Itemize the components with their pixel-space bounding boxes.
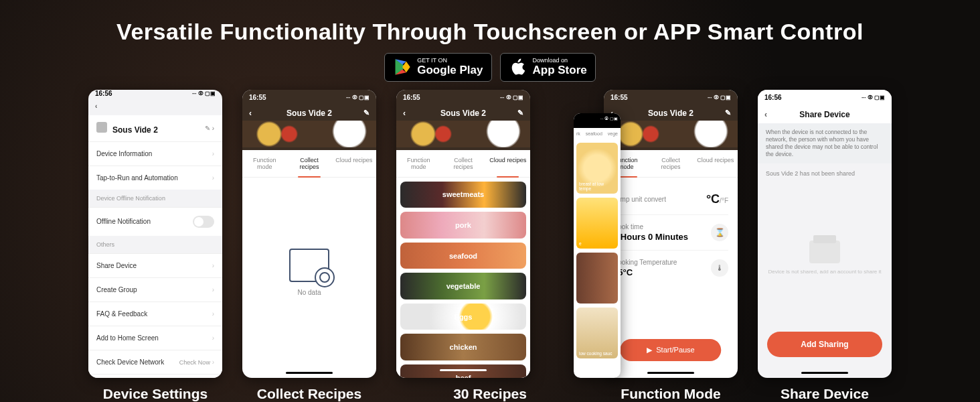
apple-icon <box>509 58 527 76</box>
item-share-device[interactable]: Share Device› <box>88 253 222 277</box>
add-sharing-button[interactable]: Add Sharing <box>767 332 882 357</box>
status-bar: 16:55 ··· ⦿ ▢▣ <box>396 90 530 106</box>
header-image <box>604 121 738 147</box>
app-store-badge[interactable]: Download on App Store <box>500 53 596 82</box>
recipe-card-eggs[interactable]: Eggs <box>400 304 526 330</box>
item-create-group[interactable]: Create Group› <box>88 277 222 302</box>
recipe-item[interactable]: e <box>576 198 618 249</box>
edit-icon[interactable]: ✎ <box>363 109 370 117</box>
item-add-home[interactable]: Add to Home Screen› <box>88 326 222 350</box>
status-bar: ··· ⦿ ▢▣ <box>574 113 621 128</box>
temp-unit-row[interactable]: Temp unit convert °C/°F <box>613 184 728 215</box>
tab-collect-recipes[interactable]: Collect recipes <box>287 150 332 177</box>
recipe-card-vegetable[interactable]: vegetable <box>400 273 526 299</box>
caption-function-mode: Function Mode <box>621 386 720 402</box>
recipe-item[interactable] <box>576 253 618 304</box>
edit-icon[interactable]: ✎ <box>517 109 523 117</box>
store-badges: GET IT ON Google Play Download on App St… <box>0 53 980 82</box>
status-bar: 16:56 ··· ⦿ ▢▣ <box>88 90 222 97</box>
status-bar: 16:55 ··· ⦿ ▢▣ <box>242 90 376 106</box>
tab-cloud-recipes[interactable]: Cloud recipes <box>693 150 738 177</box>
item-offline-notification[interactable]: Offline Notification <box>88 207 222 236</box>
share-header: ‹ Share Device <box>758 106 892 123</box>
back-icon[interactable]: ‹ <box>764 110 767 119</box>
item-device-update[interactable]: Device UpdateNo updates available › <box>88 374 222 378</box>
screen-device-settings: 16:56 ··· ⦿ ▢▣ ‹ Sous Vide 2 ✎ › Device … <box>88 90 222 378</box>
start-pause-button[interactable]: ▶ Start/Pause <box>620 339 721 361</box>
empty-box-icon <box>809 241 840 263</box>
screen-cloud-recipes: 16:55 ··· ⦿ ▢▣ ‹ Sous Vide 2 ✎ Function … <box>396 90 530 378</box>
recipe-card-seafood[interactable]: seafood <box>400 243 526 269</box>
item-automation[interactable]: Tap-to-Run and Automation› <box>88 165 222 190</box>
back-icon[interactable]: ‹ <box>249 109 252 118</box>
app-header: ‹ Sous Vide 2 ✎ <box>396 106 530 121</box>
tab-function-mode[interactable]: Function mode <box>396 150 441 177</box>
screen-function-mode: 16:55 ··· ⦿ ▢▣ ‹ Sous Vide 2 ✎ Function … <box>604 90 738 378</box>
tab-cloud-recipes[interactable]: Cloud recipes <box>485 150 530 177</box>
tab-bar: Function mode Collect recipes Cloud reci… <box>396 150 530 178</box>
item-faq[interactable]: FAQ & Feedback› <box>88 302 222 326</box>
edit-icon[interactable]: ✎ <box>725 109 731 117</box>
tab-cloud-recipes[interactable]: Cloud recipes <box>331 150 376 177</box>
page-title: Versatile Functionality Through Touchscr… <box>0 0 980 45</box>
screen-share-device: 16:56 ··· ⦿ ▢▣ ‹ Share Device When the d… <box>758 90 892 378</box>
app-header: ‹ Sous Vide 2 ✎ <box>604 106 738 121</box>
recipe-card-pork[interactable]: pork <box>400 212 526 239</box>
recipe-card-chicken[interactable]: chicken <box>400 334 526 360</box>
caption-collect-recipes: Collect Recipes <box>257 386 361 402</box>
recipe-card-beef[interactable]: beef <box>400 364 526 378</box>
share-status: Sous Vide 2 has not been shared <box>758 163 892 184</box>
offline-toggle[interactable] <box>193 216 214 228</box>
status-bar: 16:56 ··· ⦿ ▢▣ <box>758 90 892 106</box>
cooking-temp-row[interactable]: Cooking Temperature 55°C 🌡 <box>613 251 728 285</box>
section-offline-notification: Device Offline Notification <box>88 190 222 207</box>
back-button[interactable]: ‹ <box>88 97 222 115</box>
google-play-icon <box>393 58 412 76</box>
hourglass-icon: ⌛ <box>711 224 728 241</box>
no-data-label: No data <box>297 289 321 296</box>
google-play-badge[interactable]: GET IT ON Google Play <box>384 53 491 82</box>
caption-recipes: 30 Recipes <box>453 386 527 402</box>
back-icon[interactable]: ‹ <box>403 109 406 118</box>
section-others: Others <box>88 236 222 253</box>
item-device-information[interactable]: Device Information› <box>88 141 222 165</box>
tab-bar: Function mode Collect recipes Cloud reci… <box>242 150 376 178</box>
tab-collect-recipes[interactable]: Collect recipes <box>441 150 486 177</box>
tab-collect-recipes[interactable]: Collect recipes <box>649 150 693 177</box>
header-image <box>396 121 530 147</box>
caption-device-settings: Device Settings <box>103 386 208 402</box>
device-header[interactable]: Sous Vide 2 ✎ › <box>88 115 222 141</box>
recipe-card-sweetmeats[interactable]: sweetmeats <box>400 182 526 208</box>
thermometer-icon: 🌡 <box>711 259 728 277</box>
edit-icon[interactable]: ✎ › <box>205 125 214 132</box>
recipe-item[interactable]: breast at low tempe <box>576 143 618 194</box>
cook-time-row[interactable]: Cook time 2 Hours 0 Minutes ⌛ <box>613 215 728 251</box>
play-icon: ▶ <box>647 346 652 354</box>
no-data-icon <box>289 249 329 282</box>
empty-state: Device is not shared, add an account to … <box>758 184 892 332</box>
device-icon <box>96 122 107 133</box>
caption-share-device: Share Device <box>781 386 869 402</box>
recipe-item[interactable]: low cooking sauc <box>576 308 618 358</box>
header-image <box>242 121 376 147</box>
app-header: ‹ Sous Vide 2 ✎ <box>242 106 376 121</box>
tab-bar: Function mode Collect recipes Cloud reci… <box>604 150 738 178</box>
tab-function-mode[interactable]: Function mode <box>242 150 287 177</box>
screen-recipe-detail-preview: ··· ⦿ ▢▣ rk seafood vege breast at low t… <box>574 113 621 378</box>
share-notice: When the device is not connected to the … <box>758 123 892 163</box>
item-check-network[interactable]: Check Device NetworkCheck Now › <box>88 350 222 374</box>
screen-collect-recipes: 16:55 ··· ⦿ ▢▣ ‹ Sous Vide 2 ✎ Function … <box>242 90 376 378</box>
status-bar: 16:55 ··· ⦿ ▢▣ <box>604 90 738 106</box>
